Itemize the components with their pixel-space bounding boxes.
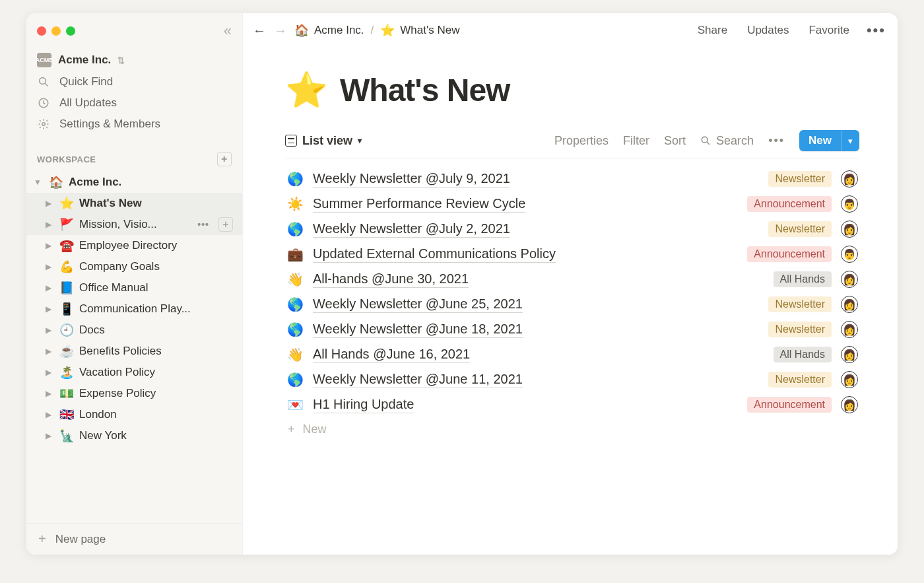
page-emoji-icon: 🕘 (59, 323, 74, 337)
row-title: Weekly Newsletter @June 11, 2021 (313, 372, 523, 388)
new-page-button[interactable]: + New page (26, 523, 242, 555)
disclosure-triangle-icon[interactable]: ▶ (44, 283, 53, 292)
page-emoji-icon: ⭐ (59, 196, 74, 211)
row-title: H1 Hiring Update (313, 397, 414, 413)
add-page-button[interactable]: + (217, 152, 232, 166)
collapse-sidebar-icon[interactable]: « (224, 22, 232, 40)
new-entry-button[interactable]: New ▾ (799, 130, 859, 151)
page-title[interactable]: What's New (340, 72, 510, 108)
properties-button[interactable]: Properties (554, 134, 609, 148)
disclosure-triangle-icon[interactable]: ▶ (44, 347, 53, 356)
more-menu-icon[interactable]: ••• (863, 22, 886, 39)
sidebar-page-item[interactable]: ▶🏝️Vacation Policy (26, 362, 242, 383)
row-avatar-icon: 👩 (841, 296, 858, 313)
page-emoji-icon: ☎️ (59, 238, 74, 253)
page-emoji-icon: 💪 (59, 259, 74, 274)
row-tag: All Hands (774, 271, 832, 287)
updates-button[interactable]: Updates (741, 21, 795, 40)
row-tag: Newsletter (768, 221, 832, 237)
database-list: 🌎Weekly Newsletter @July 9, 2021Newslett… (285, 166, 859, 417)
tree-root-acme[interactable]: ▼ 🏠 Acme Inc. (26, 172, 242, 193)
list-row[interactable]: 🌎Weekly Newsletter @June 11, 2021Newslet… (285, 367, 859, 392)
window-close-icon[interactable] (37, 26, 46, 36)
breadcrumb-root[interactable]: 🏠 Acme Inc. (294, 23, 364, 38)
sidebar-page-item[interactable]: ▶☎️Employee Directory (26, 235, 242, 256)
app-window: « ACME Acme Inc. ⇅ Quick Find All Update… (26, 13, 898, 555)
disclosure-triangle-icon[interactable]: ▶ (44, 326, 53, 335)
list-row[interactable]: 👋All-hands @June 30, 2021All Hands👩 (285, 267, 859, 292)
list-row[interactable]: ☀️Summer Performance Review CycleAnnounc… (285, 191, 859, 217)
page-emoji-icon: 💵 (59, 386, 74, 401)
page-emoji-icon: 🚩 (59, 217, 74, 232)
row-avatar-icon: 👩 (841, 371, 858, 388)
add-row-label: New (303, 423, 327, 436)
nav-forward-icon[interactable]: → (273, 23, 288, 38)
search-button[interactable]: Search (700, 134, 754, 148)
list-row[interactable]: 🌎Weekly Newsletter @June 25, 2021Newslet… (285, 292, 859, 317)
row-avatar-icon: 👩 (841, 170, 858, 188)
sidebar-page-item[interactable]: ▶🚩Mission, Visio...•••+ (26, 214, 242, 235)
workspace-switcher[interactable]: ACME Acme Inc. ⇅ (26, 44, 242, 71)
sidebar-page-item[interactable]: ▶📘Office Manual (26, 277, 242, 298)
breadcrumb-current[interactable]: ⭐ What's New (380, 23, 459, 38)
svg-line-1 (45, 83, 48, 86)
disclosure-triangle-icon[interactable]: ▶ (44, 220, 53, 229)
list-row[interactable]: 🌎Weekly Newsletter @June 18, 2021Newslet… (285, 317, 859, 342)
sidebar-page-item[interactable]: ▶🕘Docs (26, 320, 242, 341)
sidebar-page-item[interactable]: ▶🇬🇧London (26, 404, 242, 425)
row-title: Updated External Communications Policy (313, 246, 556, 263)
row-avatar-icon: 👩 (841, 221, 858, 238)
page-emoji-icon: 📘 (59, 281, 74, 295)
sidebar-page-item[interactable]: ▶📱Communication Play... (26, 298, 242, 320)
search-label: Search (716, 134, 754, 148)
disclosure-triangle-icon[interactable]: ▶ (44, 304, 53, 314)
nav-back-icon[interactable]: ← (252, 23, 267, 38)
page-label: Employee Directory (79, 239, 233, 252)
row-tag: Newsletter (768, 296, 832, 312)
toolbar-more-icon[interactable]: ••• (768, 134, 785, 148)
sidebar-page-item[interactable]: ▶⭐What's New (26, 193, 242, 214)
list-row[interactable]: 💌H1 Hiring UpdateAnnouncement👩 (285, 392, 859, 417)
page-emoji-icon: 🇬🇧 (59, 407, 74, 422)
item-more-icon[interactable]: ••• (197, 219, 213, 230)
disclosure-triangle-icon[interactable]: ▶ (44, 199, 53, 208)
list-row[interactable]: 🌎Weekly Newsletter @July 9, 2021Newslett… (285, 166, 859, 191)
page-icon[interactable]: ⭐ (285, 70, 328, 110)
svg-point-4 (702, 137, 708, 143)
view-switcher[interactable]: List view ▾ (285, 134, 362, 148)
add-subpage-button[interactable]: + (218, 217, 233, 232)
sort-button[interactable]: Sort (664, 134, 686, 148)
all-updates[interactable]: All Updates (26, 92, 242, 114)
new-button-dropdown-icon[interactable]: ▾ (841, 130, 859, 151)
row-emoji-icon: 🌎 (286, 296, 304, 312)
list-row[interactable]: 👋All Hands @June 16, 2021All Hands👩 (285, 342, 859, 367)
sidebar-page-item[interactable]: ▶💪Company Goals (26, 256, 242, 277)
disclosure-triangle-icon[interactable]: ▶ (44, 368, 53, 377)
topbar: ← → 🏠 Acme Inc. / ⭐ What's New Share Upd… (243, 13, 898, 48)
share-button[interactable]: Share (691, 21, 734, 40)
disclosure-triangle-icon[interactable]: ▶ (44, 410, 53, 419)
quick-find-label: Quick Find (59, 75, 113, 88)
row-emoji-icon: 🌎 (286, 221, 304, 237)
row-emoji-icon: 💼 (286, 246, 304, 262)
row-tag: Newsletter (768, 322, 832, 337)
row-title: All-hands @June 30, 2021 (313, 271, 469, 288)
window-minimize-icon[interactable] (51, 26, 61, 36)
sidebar-page-item[interactable]: ▶💵Expense Policy (26, 383, 242, 404)
settings-members[interactable]: Settings & Members (26, 114, 242, 135)
list-row[interactable]: 🌎Weekly Newsletter @July 2, 2021Newslett… (285, 217, 859, 242)
list-row[interactable]: 💼Updated External Communications PolicyA… (285, 242, 859, 267)
window-maximize-icon[interactable] (66, 26, 75, 36)
disclosure-triangle-icon[interactable]: ▶ (44, 262, 53, 271)
disclosure-triangle-icon[interactable]: ▶ (44, 431, 53, 440)
sidebar-page-item[interactable]: ▶🗽New York (26, 425, 242, 446)
page-label: Benefits Policies (79, 345, 233, 358)
add-row-button[interactable]: + New (285, 417, 859, 442)
filter-button[interactable]: Filter (623, 134, 649, 148)
quick-find[interactable]: Quick Find (26, 71, 242, 92)
disclosure-triangle-icon[interactable]: ▶ (44, 389, 53, 398)
sidebar-page-item[interactable]: ▶☕Benefits Policies (26, 341, 242, 362)
disclosure-triangle-icon[interactable]: ▶ (44, 241, 53, 250)
favorite-button[interactable]: Favorite (802, 21, 855, 40)
disclosure-triangle-icon[interactable]: ▼ (33, 178, 42, 187)
